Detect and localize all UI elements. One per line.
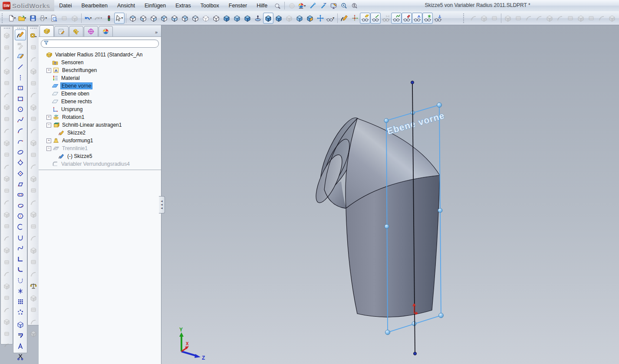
- circle-button[interactable]: [15, 104, 26, 115]
- linear-sketch-pattern-button[interactable]: [15, 296, 26, 307]
- menu-bearbeiten[interactable]: Bearbeiten: [76, 0, 112, 11]
- view-dimetric-button[interactable]: [201, 13, 211, 24]
- plane-handle-left-mid[interactable]: [385, 224, 389, 229]
- style-spline-button[interactable]: [15, 243, 26, 254]
- hide-show-points-button[interactable]: [422, 13, 433, 24]
- features-tool-24-button[interactable]: [1, 304, 13, 316]
- toolbar-grip[interactable]: [2, 13, 5, 23]
- tools-13-button[interactable]: [28, 173, 39, 185]
- center-rotated-rectangle-button[interactable]: [15, 168, 26, 179]
- plane-handle-bottom-mid[interactable]: [412, 321, 416, 326]
- zoom-to-fit-button[interactable]: [349, 1, 359, 10]
- centerpoint-arc-button[interactable]: [15, 222, 26, 233]
- hide-show-origins-button[interactable]: [433, 13, 443, 24]
- tools-23-button[interactable]: [28, 292, 39, 304]
- graphics-viewport[interactable]: Ebene vorne Y Z: [161, 25, 619, 364]
- menu-ansicht[interactable]: Ansicht: [112, 0, 140, 11]
- plane-handle-bottom-left[interactable]: [385, 330, 390, 335]
- move-with-triad-button[interactable]: [349, 13, 360, 24]
- apply-scene-button[interactable]: ▾: [297, 1, 307, 10]
- line-button[interactable]: [15, 62, 26, 72]
- tools-7-button[interactable]: [28, 101, 39, 113]
- view-isometric-button[interactable]: [190, 13, 201, 24]
- tree-expander[interactable]: +: [46, 68, 51, 73]
- tab-dimxpertmanager[interactable]: [84, 26, 98, 36]
- apply-scene-disabled-button[interactable]: [286, 0, 297, 11]
- tools-26-button[interactable]: [28, 328, 39, 340]
- tangent-arc-button[interactable]: [15, 136, 26, 147]
- view-trimetric-button[interactable]: [211, 13, 221, 24]
- view-bottom-button[interactable]: [180, 13, 190, 24]
- features-tool-23-button[interactable]: [1, 292, 13, 304]
- features-swept-gray-button[interactable]: [468, 13, 479, 24]
- tree-item-ebene-rechts[interactable]: Ebene rechts: [39, 98, 161, 105]
- features-tool-27-button[interactable]: [1, 340, 13, 352]
- convert-entities-button[interactable]: [15, 319, 26, 330]
- features-tool-1-button[interactable]: [1, 30, 13, 42]
- wand-select-button[interactable]: [318, 1, 328, 10]
- tools-9-button[interactable]: [28, 125, 39, 137]
- tree-item-rotation1[interactable]: +Rotation1: [39, 113, 161, 121]
- features-boundary-gray-button[interactable]: [489, 13, 500, 24]
- menu-datei[interactable]: Datei: [54, 0, 76, 11]
- features-tool-9-button[interactable]: [1, 125, 13, 137]
- search-button[interactable]: [272, 1, 283, 10]
- tree-item-variabler-radius-2011-standard-standard-an[interactable]: Variabler Radius 2011 (Standard<_An: [39, 51, 161, 59]
- tree-item-ebene-vorne[interactable]: Ebene vorne: [39, 82, 161, 90]
- features-tool-3-button[interactable]: [1, 53, 13, 66]
- tools-14-button[interactable]: [28, 185, 39, 197]
- offset-entities-dashed-button[interactable]: [15, 275, 26, 286]
- tree-expander[interactable]: +: [46, 138, 51, 143]
- 3-point-arc-button[interactable]: [15, 125, 26, 136]
- menu-hilfe[interactable]: Hilfe: [252, 0, 272, 11]
- tools-6-button[interactable]: [28, 89, 39, 102]
- features-tool-12-button[interactable]: [1, 161, 13, 173]
- edit-sketch-button[interactable]: [339, 13, 349, 24]
- tools-25-button[interactable]: [28, 316, 39, 328]
- tree-item-sensoren[interactable]: Sensoren: [39, 59, 161, 66]
- straight-slot-button[interactable]: [15, 190, 26, 200]
- magic-wand-button[interactable]: [307, 1, 318, 10]
- screen-capture-button[interactable]: [328, 1, 339, 10]
- feature-extrude-button[interactable]: [503, 13, 513, 24]
- features-tool-7-button[interactable]: [1, 101, 13, 113]
- section-view-button[interactable]: [305, 13, 315, 24]
- hide-show-axes-button[interactable]: [370, 13, 381, 24]
- tools-16-button[interactable]: [28, 209, 39, 221]
- hide-show-sketches-button[interactable]: [402, 13, 412, 24]
- features-tool-14-button[interactable]: [1, 185, 13, 197]
- tree-item-variabler-verrundungsradius4[interactable]: Variabler Verrundungsradius4: [39, 160, 161, 168]
- features-lofted-gray-button[interactable]: [479, 13, 489, 24]
- tree-item-trennlinie1[interactable]: −Trennlinie1: [39, 144, 161, 152]
- arc-u-button[interactable]: [15, 232, 26, 243]
- tools-21-button[interactable]: [28, 268, 39, 280]
- redo-button[interactable]: ▾: [93, 13, 104, 24]
- tree-item-beschriftungen[interactable]: +ABeschriftungen: [39, 66, 161, 74]
- toolbar-grip[interactable]: [463, 13, 467, 23]
- tabs-overflow-chevron[interactable]: »: [155, 30, 160, 36]
- feature-rib-button[interactable]: [607, 13, 617, 24]
- panel-splitter-handle[interactable]: ◄◄◄: [159, 196, 165, 213]
- spline-button[interactable]: [15, 115, 26, 126]
- tree-item-ebene-oben[interactable]: Ebene oben: [39, 90, 161, 98]
- features-tool-8-button[interactable]: [1, 113, 13, 125]
- tools-19-button[interactable]: [28, 244, 39, 256]
- normal-to-button[interactable]: [253, 13, 263, 24]
- features-tool-5-button[interactable]: [1, 77, 13, 89]
- menu-toolbox[interactable]: Toolbox: [196, 0, 224, 11]
- tools-17-button[interactable]: [28, 220, 39, 233]
- sketch-on-plane-button[interactable]: [15, 51, 26, 62]
- zoom-in-button[interactable]: [339, 1, 349, 10]
- toolbar-grip[interactable]: [17, 28, 23, 29]
- new-button[interactable]: ▾: [7, 13, 17, 24]
- wireframe-button[interactable]: [284, 13, 294, 24]
- tree-expander[interactable]: +: [46, 115, 51, 120]
- feature-sweep-button[interactable]: [524, 13, 534, 24]
- feature-fillet-button[interactable]: [555, 13, 565, 24]
- tree-filter-input[interactable]: [41, 39, 159, 48]
- plane-handle-top-left[interactable]: [384, 118, 389, 123]
- feature-chamfer-button[interactable]: [565, 13, 576, 24]
- plane-handle-bottom-right[interactable]: [439, 313, 444, 318]
- feature-revolve-button[interactable]: [513, 13, 524, 24]
- measure-button[interactable]: [28, 30, 39, 42]
